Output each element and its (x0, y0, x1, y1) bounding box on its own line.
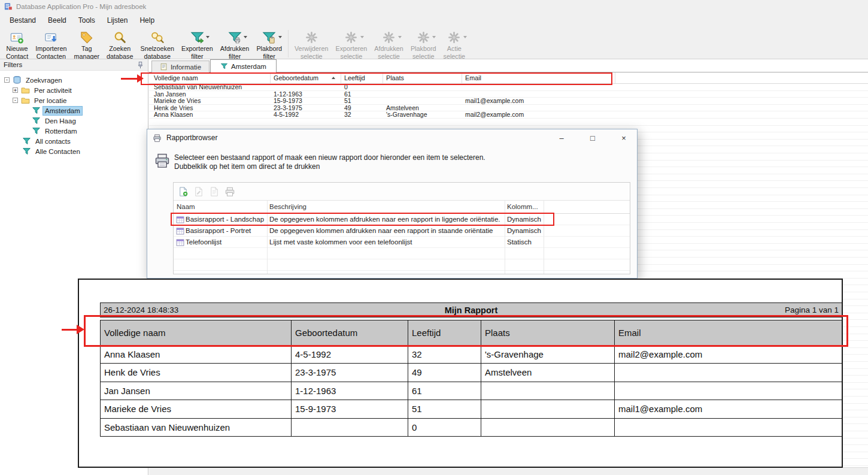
tree-item-amsterdam[interactable]: Amsterdam (0, 105, 148, 116)
report-column-geboortedatum: Geboortedatum (291, 320, 408, 345)
quick-search-database-button[interactable]: Snelzoekendatabase (137, 29, 178, 61)
button-label: Plakbordfilter (256, 45, 282, 60)
cell-leeftijd: 32 (341, 111, 383, 119)
cell-leeftijd: 51 (341, 98, 383, 105)
export-selection-icon (344, 30, 359, 45)
tab-informatie[interactable]: Informatie (151, 60, 210, 72)
report-list-item[interactable]: Telefoonlijst Lijst met vaste kolommen v… (174, 237, 630, 248)
print-filter-button[interactable]: Afdrukkenfilter (217, 29, 253, 61)
cell-leeftijd: 49 (341, 105, 383, 112)
report-columns-type: Dynamisch (507, 225, 543, 237)
toolbar-separator (288, 30, 289, 58)
tree-item-zoekvragen[interactable]: Zoekvragen (0, 75, 148, 85)
contact-table-rows: Sebastiaan van Nieuwenhuizen 0 Jan Janse… (149, 84, 868, 119)
button-label: NieuweContact (6, 45, 28, 60)
column-header-leeftijd[interactable]: Leeftijd (341, 72, 383, 83)
cell-volledige-naam: Marieke de Vries (101, 400, 291, 417)
collapse-icon[interactable] (4, 77, 10, 83)
report-name: Telefoonlijst (186, 237, 266, 248)
menu-bar: Bestand Beeld Tools Lijsten Help (0, 13, 868, 28)
cell-email (614, 364, 843, 381)
column-header-volledige-naam[interactable]: Volledige naam (151, 72, 271, 83)
tree-item-per-activiteit[interactable]: Per activiteit (0, 85, 148, 95)
report-list-panel: Naam Beschrijving Kolomm... Basisrapport… (173, 182, 630, 274)
contact-table-header: Volledige naam Geboortedatum Leeftijd Pl… (149, 72, 868, 84)
tree-item-per-locatie[interactable]: Per locatie (0, 95, 148, 105)
report-list-item[interactable]: Basisrapport - Portret De opgegeven klom… (174, 225, 630, 237)
menu-bestand[interactable]: Bestand (4, 14, 42, 26)
button-label: Exporterenselectie (335, 45, 367, 60)
tree-item-alle-contacten[interactable]: Alle Contacten (0, 146, 148, 156)
search-database-button[interactable]: Zoekendatabase (103, 29, 136, 61)
folder-icon (21, 96, 30, 105)
menu-lijsten[interactable]: Lijsten (101, 14, 134, 26)
cell-geboortedatum: 15-9-1973 (271, 98, 341, 105)
new-contact-button[interactable]: NieuweContact (2, 29, 32, 61)
report-name: Basisrapport - Portret (186, 225, 266, 237)
tag-manager-button[interactable]: Tagmanager (70, 29, 103, 61)
button-label: Afdrukkenselectie (374, 45, 403, 60)
cell-geboortedatum: 23-3-1975 (271, 105, 341, 112)
filters-panel-title: Filters (4, 61, 22, 68)
app-icon[interactable] (4, 2, 13, 11)
collapse-icon[interactable] (13, 98, 18, 103)
report-columns-type: Dynamisch (507, 214, 543, 225)
cell-volledige-naam: Jan Jansen (151, 91, 271, 98)
clipboard-filter-button[interactable]: Plakbordfilter (253, 29, 286, 61)
contact-row[interactable]: Marieke de Vries 15-9-1973 51 mail1@exam… (149, 98, 868, 105)
delete-selection-icon (304, 30, 319, 45)
button-label: Exporterenfilter (181, 45, 213, 60)
dropdown-arrow-icon[interactable] (278, 36, 282, 38)
report-list-item[interactable]: Basisrapport - Landschap De opgegeven ko… (174, 214, 630, 225)
cell-email (614, 419, 843, 436)
export-filter-button[interactable]: Exporterenfilter (178, 29, 217, 61)
report-preview: 26-12-2024 18:48:33 Mijn Rapport Pagina … (78, 279, 843, 468)
filter-funnel-icon (32, 106, 41, 115)
column-header-geboortedatum[interactable]: Geboortedatum (271, 72, 341, 83)
pin-icon[interactable] (136, 61, 144, 69)
import-contacts-button[interactable]: ImporterenContacten (32, 29, 70, 61)
button-label: Verwijderenselectie (295, 45, 328, 60)
cell-plaats (383, 98, 462, 105)
search-icon (112, 30, 128, 45)
rapportbrowser-dialog: Rapportbrowser – □ × Selecteer een besta… (147, 129, 638, 279)
printer-icon (154, 152, 171, 169)
report-list-header: Naam Beschrijving Kolomm... (174, 201, 630, 214)
tree-item-all-contacts[interactable]: All contacts (0, 136, 148, 146)
contact-row[interactable]: Sebastiaan van Nieuwenhuizen 0 (149, 84, 868, 91)
cell-leeftijd: 61 (341, 91, 383, 98)
window-title: Database Application Pro - Mijn adresboe… (16, 3, 146, 10)
minimize-button[interactable]: – (548, 129, 575, 146)
dropdown-arrow-icon[interactable] (244, 36, 247, 38)
column-header-beschrijving[interactable]: Beschrijving (267, 201, 505, 214)
contact-row[interactable]: Henk de Vries 23-3-1975 49 Amstelveen (149, 105, 868, 112)
export-filter-icon (189, 30, 205, 45)
filter-funnel-icon (22, 147, 31, 156)
filter-funnel-icon (22, 137, 31, 146)
menu-help[interactable]: Help (133, 14, 160, 26)
cell-email (462, 84, 615, 91)
close-button[interactable]: × (611, 129, 637, 146)
menu-beeld[interactable]: Beeld (42, 14, 72, 26)
report-row: Anna Klaasen 4-5-1992 32 's-Gravenhage m… (101, 345, 842, 363)
column-header-kolommen[interactable]: Kolomm... (505, 201, 544, 214)
add-report-button[interactable] (177, 185, 190, 198)
column-header-email[interactable]: Email (462, 72, 615, 83)
button-label: Zoekendatabase (107, 45, 133, 60)
dropdown-arrow-icon[interactable] (206, 36, 210, 38)
button-label: Afdrukkenfilter (220, 45, 250, 60)
column-header-naam[interactable]: Naam (174, 201, 267, 214)
button-label: Snelzoekendatabase (141, 45, 174, 60)
dialog-title-bar[interactable]: Rapportbrowser – □ × (147, 129, 637, 146)
contact-row[interactable]: Anna Klaasen 4-5-1992 32 's-Gravenhage m… (149, 111, 868, 119)
maximize-button[interactable]: □ (579, 129, 606, 146)
menu-tools[interactable]: Tools (72, 14, 101, 26)
cell-volledige-naam: Marieke de Vries (151, 98, 271, 105)
tab-amsterdam[interactable]: Amsterdam (210, 59, 277, 72)
column-header-plaats[interactable]: Plaats (383, 72, 462, 83)
report-table-icon (176, 227, 184, 235)
contact-row[interactable]: Jan Jansen 1-12-1963 61 (149, 91, 868, 98)
tree-item-den-haag[interactable]: Den Haag (0, 116, 148, 126)
tree-item-rotterdam[interactable]: Rotterdam (0, 126, 148, 136)
expand-icon[interactable] (13, 87, 18, 93)
